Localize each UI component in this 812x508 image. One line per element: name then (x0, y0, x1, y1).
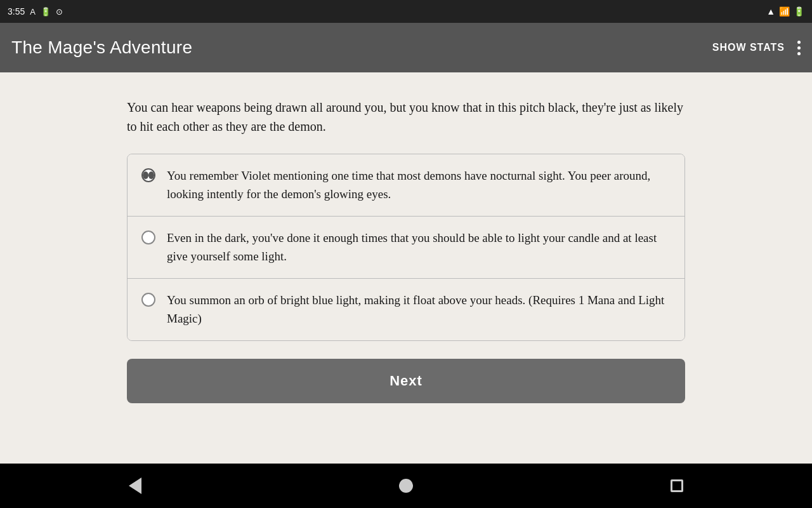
bottom-nav (0, 464, 812, 508)
radio-button-3[interactable] (141, 293, 155, 307)
list-item[interactable]: You remember Violet mentioning one time … (128, 154, 684, 217)
more-vert-icon[interactable] (797, 41, 801, 55)
app-title: The Mage's Adventure (11, 37, 192, 58)
app-bar: The Mage's Adventure SHOW STATS (0, 23, 812, 72)
status-bar-right: ▲ 📶 🔋 (766, 6, 804, 17)
radio-button-2[interactable] (141, 231, 155, 244)
a-icon: A (30, 7, 36, 17)
battery-indicator-icon: 🔋 (41, 7, 51, 17)
signal-bars-icon: 📶 (779, 6, 790, 17)
list-item[interactable]: You summon an orb of bright blue light, … (128, 279, 684, 340)
show-stats-button[interactable]: SHOW STATS (712, 42, 785, 53)
battery-icon: 🔋 (794, 6, 804, 17)
app-bar-actions: SHOW STATS (712, 41, 801, 55)
home-button[interactable] (387, 473, 425, 498)
status-time: 3:55 (8, 6, 25, 17)
choice-text-3: You summon an orb of bright blue light, … (167, 291, 671, 328)
choice-text-1: You remember Violet mentioning one time … (167, 167, 671, 203)
radio-button-1[interactable] (141, 168, 155, 182)
status-bar: 3:55 A 🔋 ⊙ ▲ 📶 🔋 (0, 0, 812, 23)
wifi-icon: ▲ (766, 6, 775, 17)
status-bar-left: 3:55 A 🔋 ⊙ (8, 6, 63, 17)
main-content: You can hear weapons being drawn all aro… (0, 72, 812, 464)
record-icon: ⊙ (56, 7, 63, 17)
next-button[interactable]: Next (127, 359, 685, 403)
list-item[interactable]: Even in the dark, you've done it enough … (128, 217, 684, 279)
choices-container: You remember Violet mentioning one time … (127, 154, 685, 341)
recent-button[interactable] (658, 473, 696, 498)
narrative-text: You can hear weapons being drawn all aro… (127, 98, 685, 136)
back-button[interactable] (116, 473, 154, 498)
choice-text-2: Even in the dark, you've done it enough … (167, 229, 671, 265)
